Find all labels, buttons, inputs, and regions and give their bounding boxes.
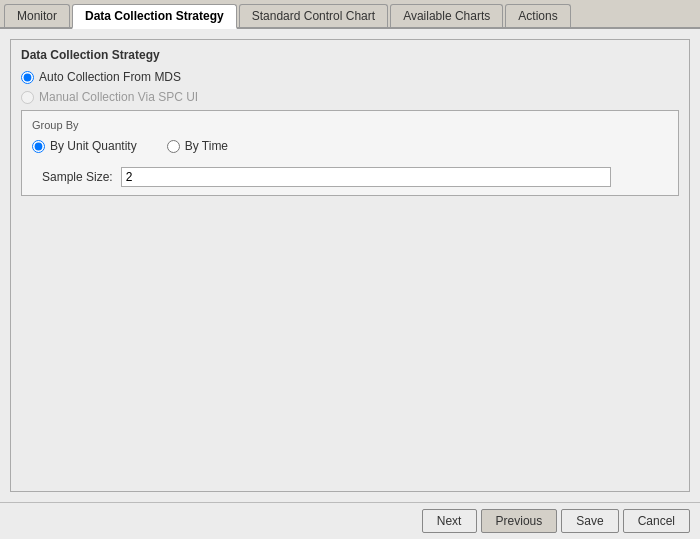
tab-available-charts[interactable]: Available Charts	[390, 4, 503, 27]
section-panel: Data Collection Strategy Auto Collection…	[10, 39, 690, 492]
tab-data-collection-strategy[interactable]: Data Collection Strategy	[72, 4, 237, 29]
by-time-option[interactable]: By Time	[167, 139, 228, 153]
manual-collection-radio	[21, 91, 34, 104]
group-by-title: Group By	[32, 119, 668, 131]
previous-button[interactable]: Previous	[481, 509, 558, 533]
auto-collection-label: Auto Collection From MDS	[39, 70, 181, 84]
by-time-label: By Time	[185, 139, 228, 153]
next-button[interactable]: Next	[422, 509, 477, 533]
by-unit-quantity-option[interactable]: By Unit Quantity	[32, 139, 137, 153]
footer-bar: Next Previous Save Cancel	[0, 502, 700, 539]
content-area: Data Collection Strategy Auto Collection…	[0, 29, 700, 502]
auto-collection-option[interactable]: Auto Collection From MDS	[21, 70, 679, 84]
sample-size-input[interactable]	[121, 167, 611, 187]
group-by-box: Group By By Unit Quantity By Time Sample…	[21, 110, 679, 196]
tab-bar: Monitor Data Collection Strategy Standar…	[0, 0, 700, 29]
tab-standard-control-chart[interactable]: Standard Control Chart	[239, 4, 388, 27]
sample-size-label: Sample Size:	[42, 170, 113, 184]
cancel-button[interactable]: Cancel	[623, 509, 690, 533]
group-by-radios: By Unit Quantity By Time	[32, 139, 668, 159]
manual-collection-label: Manual Collection Via SPC UI	[39, 90, 198, 104]
save-button[interactable]: Save	[561, 509, 618, 533]
tab-monitor[interactable]: Monitor	[4, 4, 70, 27]
manual-collection-option[interactable]: Manual Collection Via SPC UI	[21, 90, 679, 104]
by-unit-quantity-label: By Unit Quantity	[50, 139, 137, 153]
auto-collection-radio[interactable]	[21, 71, 34, 84]
sample-size-row: Sample Size:	[42, 167, 668, 187]
main-window: Monitor Data Collection Strategy Standar…	[0, 0, 700, 539]
tab-actions[interactable]: Actions	[505, 4, 570, 27]
section-title: Data Collection Strategy	[21, 48, 679, 62]
by-time-radio[interactable]	[167, 140, 180, 153]
by-unit-quantity-radio[interactable]	[32, 140, 45, 153]
